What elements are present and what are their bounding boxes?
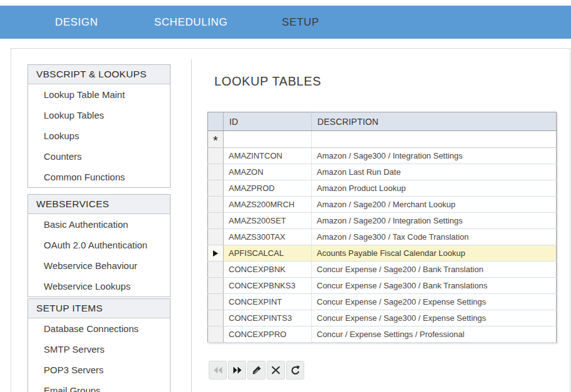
sidebar-divider — [191, 59, 192, 392]
cell-id[interactable]: AMAZS200SET — [224, 213, 312, 229]
cell-description[interactable]: Amazon Product Lookup — [312, 180, 557, 197]
sidebar-item-common-functions[interactable]: Common Functions — [28, 167, 170, 187]
sidebar-item-database-connections[interactable]: Database Connections — [28, 318, 170, 339]
column-header-description[interactable]: DESCRIPTION — [312, 112, 557, 131]
sidebar-section-title: VBSCRIPT & LOOKUPS — [28, 65, 170, 84]
pencil-icon — [252, 365, 262, 375]
refresh-icon — [290, 365, 300, 376]
row-selector-arrow-icon — [213, 250, 218, 257]
new-row-icon: * — [213, 137, 218, 144]
cell-description[interactable]: Concur / Expense Settings / Professional — [312, 326, 557, 343]
cell-description-empty[interactable] — [312, 131, 557, 148]
cell-description[interactable]: Amazon / Sage300 / Tax Code Translation — [312, 229, 557, 245]
table-row[interactable]: AMAZON Amazon Last Run Date — [208, 164, 557, 180]
sidebar-section-webservices: WEBSERVICES Basic Authentication OAuth 2… — [27, 194, 171, 297]
cell-id[interactable]: CONCEXPINT — [224, 294, 312, 310]
sidebar-item-counters[interactable]: Counters — [28, 146, 170, 167]
cell-id[interactable]: AMAZINTCON — [224, 148, 312, 164]
page-title: LOOKUP TABLES — [214, 74, 321, 89]
nav-item-setup[interactable]: SETUP — [282, 16, 319, 29]
cell-id[interactable]: APFISCALCAL — [224, 245, 312, 262]
sidebar-item-lookup-tables[interactable]: Lookup Tables — [28, 105, 170, 125]
column-header-selector — [208, 112, 224, 131]
table-row[interactable]: CONCEXPINTS3 Concur Expense / Sage300 / … — [208, 310, 557, 326]
table-row[interactable]: AMAZINTCON Amazon / Sage300 / Integratio… — [208, 148, 557, 164]
cell-id[interactable]: AMAZPROD — [224, 180, 312, 197]
sidebar-item-webservice-lookups[interactable]: Webservice Lookups — [28, 276, 170, 296]
row-selector[interactable] — [208, 294, 224, 310]
row-selector[interactable] — [208, 310, 224, 326]
sidebar-item-oauth-authentication[interactable]: OAuth 2.0 Authentication — [28, 235, 170, 255]
table-row[interactable]: AMAZS200SET Amazon / Sage200 / Integrati… — [208, 213, 557, 229]
row-selector[interactable] — [208, 262, 224, 278]
cell-description[interactable]: Amazon / Sage300 / Integration Settings — [312, 148, 557, 164]
cell-id[interactable]: CONCEXPINTS3 — [224, 310, 312, 326]
grid-new-row[interactable]: * — [208, 131, 557, 148]
row-selector[interactable] — [208, 278, 224, 294]
table-row[interactable]: CONCEXPBNKS3 Concur Expense / Sage300 / … — [208, 278, 557, 294]
sidebar-item-lookups[interactable]: Lookups — [28, 125, 170, 146]
top-navbar: DESIGN SCHEDULING SETUP — [0, 6, 571, 39]
next-record-button[interactable] — [228, 361, 246, 380]
cell-id[interactable]: CONCEXPPRO — [224, 326, 312, 343]
x-icon — [271, 365, 281, 375]
nav-item-design[interactable]: DESIGN — [55, 16, 98, 29]
sidebar-section-title: WEBSERVICES — [28, 195, 170, 214]
table-row[interactable]: AMAZPROD Amazon Product Lookup — [208, 180, 557, 197]
sidebar-item-pop3-servers[interactable]: POP3 Servers — [28, 360, 170, 380]
fast-forward-icon — [232, 365, 243, 375]
table-row[interactable]: CONCEXPPRO Concur / Expense Settings / P… — [208, 326, 557, 343]
table-row[interactable]: CONCEXPBNK Concur Expense / Sage200 / Ba… — [208, 262, 557, 278]
nav-item-scheduling[interactable]: SCHEDULING — [154, 16, 227, 29]
row-selector[interactable] — [208, 180, 224, 197]
rewind-icon — [212, 365, 224, 375]
cell-description[interactable]: Concur Expense / Sage200 / Bank Translat… — [312, 262, 557, 278]
row-selector[interactable] — [208, 197, 224, 213]
sidebar-item-basic-authentication[interactable]: Basic Authentication — [28, 214, 170, 235]
row-selector[interactable] — [208, 229, 224, 245]
cell-id[interactable]: AMAZS200MRCH — [224, 197, 312, 213]
sidebar-section-title: SETUP ITEMS — [28, 299, 170, 318]
sidebar-section-setup-items: SETUP ITEMS Database Connections SMTP Se… — [27, 298, 171, 392]
table-row[interactable]: AMAZS200MRCH Amazon / Sage200 / Merchant… — [208, 197, 557, 213]
sidebar-item-lookup-table-maint[interactable]: Lookup Table Maint — [28, 84, 170, 105]
row-selector[interactable] — [208, 213, 224, 229]
cell-description[interactable]: Concur Expense / Sage200 / Expense Setti… — [312, 294, 557, 310]
cell-id-empty[interactable] — [224, 131, 312, 148]
lookup-tables-grid: ID DESCRIPTION * AMAZINTCON Amazon / Sag… — [207, 112, 557, 343]
table-row[interactable]: AMAZS300TAX Amazon / Sage300 / Tax Code … — [208, 229, 557, 245]
grid-toolbar — [209, 361, 305, 380]
row-selector[interactable] — [208, 148, 224, 164]
column-header-id[interactable]: ID — [224, 112, 312, 131]
cell-id[interactable]: CONCEXPBNK — [224, 262, 312, 278]
edit-record-button[interactable] — [247, 361, 266, 380]
sidebar-item-email-groups[interactable]: Email Groups — [28, 380, 170, 392]
row-selector[interactable]: * — [208, 131, 224, 148]
table-row[interactable]: CONCEXPINT Concur Expense / Sage200 / Ex… — [208, 294, 557, 310]
row-selector[interactable] — [208, 245, 224, 262]
previous-record-button[interactable] — [209, 361, 227, 380]
sidebar-section-vbscript-lookups: VBSCRIPT & LOOKUPS Lookup Table Maint Lo… — [27, 64, 171, 188]
sidebar-item-webservice-behaviour[interactable]: Webservice Behaviour — [28, 255, 170, 276]
row-selector[interactable] — [208, 326, 224, 343]
grid-header-row: ID DESCRIPTION — [208, 112, 557, 131]
cell-description[interactable]: Amazon / Sage200 / Integration Settings — [312, 213, 557, 229]
cell-id[interactable]: AMAZON — [224, 164, 312, 180]
cell-id[interactable]: AMAZS300TAX — [224, 229, 312, 245]
cell-id[interactable]: CONCEXPBNKS3 — [224, 278, 312, 294]
cell-description[interactable]: Amazon / Sage200 / Merchant Lookup — [312, 197, 557, 213]
cell-description[interactable]: Concur Expense / Sage300 / Expense Setti… — [312, 310, 557, 326]
app-window: { "nav": { "items": [ {"label": "DESIGN"… — [0, 0, 571, 392]
cell-description[interactable]: Concur Expense / Sage300 / Bank Translat… — [312, 278, 557, 294]
cell-description[interactable]: Acounts Payable Fiscal Calendar Lookup — [312, 245, 557, 262]
delete-record-button[interactable] — [267, 361, 285, 380]
row-selector[interactable] — [208, 164, 224, 180]
refresh-button[interactable] — [286, 361, 304, 380]
cell-description[interactable]: Amazon Last Run Date — [312, 164, 557, 180]
sidebar-item-smtp-servers[interactable]: SMTP Servers — [28, 339, 170, 360]
grid-body: * AMAZINTCON Amazon / Sage300 / Integrat… — [208, 131, 557, 343]
table-row-selected[interactable]: APFISCALCAL Acounts Payable Fiscal Calen… — [208, 245, 557, 262]
